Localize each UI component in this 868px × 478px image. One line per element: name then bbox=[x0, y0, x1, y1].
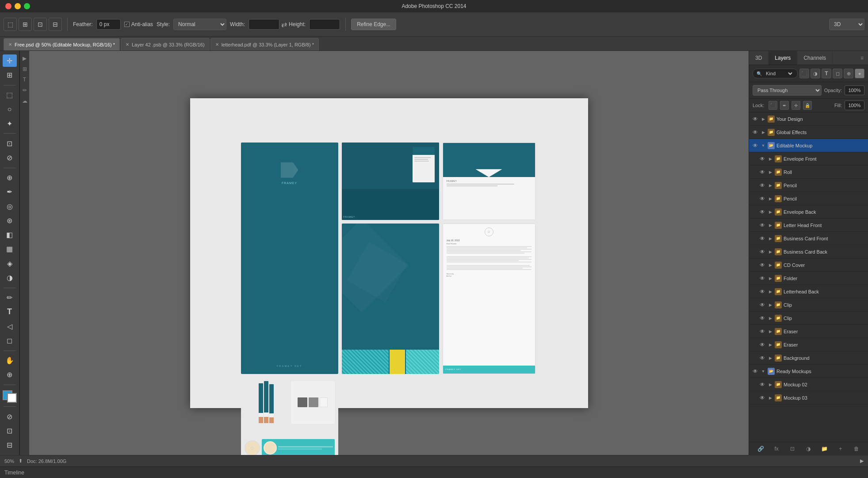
lasso-tool[interactable]: ○ bbox=[3, 103, 17, 116]
marquee-tool[interactable]: ⬚ bbox=[3, 89, 17, 101]
move-tool[interactable]: ✛ bbox=[3, 54, 17, 67]
clone-tool[interactable]: ◎ bbox=[3, 200, 17, 212]
maximize-button[interactable] bbox=[24, 3, 30, 9]
panel-tab-3d[interactable]: 3D bbox=[749, 51, 769, 65]
crop-btn[interactable]: ⊟ bbox=[49, 18, 62, 31]
artboard-btn[interactable]: ⊡ bbox=[34, 18, 47, 31]
layer-mockup-03[interactable]: 👁 ▶ 📁 Mockup 03 bbox=[749, 391, 868, 405]
background-color[interactable] bbox=[7, 393, 17, 403]
screen-mode-tool[interactable]: ⊡ bbox=[3, 424, 17, 437]
layer-clip-1[interactable]: 👁 ▶ 📁 Clip bbox=[749, 298, 868, 312]
vis-global-effects[interactable]: 👁 bbox=[752, 129, 759, 136]
lock-transparent-btn[interactable]: ⬛ bbox=[769, 101, 777, 110]
lock-all-btn[interactable]: 🔒 bbox=[803, 101, 812, 110]
eyedropper-tool[interactable]: ⊘ bbox=[3, 151, 17, 164]
layer-cd-cover[interactable]: 👁 ▶ 📁 CD Cover bbox=[749, 258, 868, 272]
vis-envelope-front[interactable]: 👁 bbox=[759, 155, 766, 162]
delete-layer-btn[interactable]: 🗑 bbox=[853, 445, 860, 453]
expand-letterhead-front[interactable]: ▶ bbox=[768, 223, 773, 228]
vis-letterhead-back[interactable]: 👁 bbox=[759, 288, 766, 295]
expand-mockup-03[interactable]: ▶ bbox=[768, 395, 773, 401]
panel-tab-channels[interactable]: Channels bbox=[797, 51, 833, 65]
vis-folder[interactable]: 👁 bbox=[759, 275, 766, 282]
vis-cd-cover[interactable]: 👁 bbox=[759, 262, 766, 269]
expand-eraser-2[interactable]: ▶ bbox=[768, 342, 773, 347]
tab-close-1[interactable]: ✕ bbox=[126, 42, 129, 47]
dodge-tool[interactable]: ◑ bbox=[3, 271, 17, 284]
eraser-tool[interactable]: ◧ bbox=[3, 229, 17, 241]
vis-pencil-2[interactable]: 👁 bbox=[759, 195, 766, 202]
layer-roll[interactable]: 👁 ▶ 📁 Roll bbox=[749, 166, 868, 179]
expand-your-design[interactable]: ▶ bbox=[761, 116, 766, 122]
expand-envelope-front[interactable]: ▶ bbox=[768, 156, 773, 162]
vis-letterhead-front[interactable]: 👁 bbox=[759, 222, 766, 229]
expand-envelope-back[interactable]: ▶ bbox=[768, 209, 773, 215]
layer-envelope-front[interactable]: 👁 ▶ 📁 Envelope Front bbox=[749, 152, 868, 166]
layers-list[interactable]: 👁 ▶ 📁 Your Design 👁 ▶ 📁 Global Effects 👁… bbox=[749, 112, 868, 442]
layer-your-design[interactable]: 👁 ▶ 📁 Your Design bbox=[749, 112, 868, 126]
blend-mode-select[interactable]: Pass Through Normal Dissolve Multiply Sc… bbox=[753, 85, 822, 96]
expand-cd-cover[interactable]: ▶ bbox=[768, 262, 773, 268]
refine-edge-btn[interactable]: Refine Edge... bbox=[351, 19, 396, 30]
layer-pencil-1[interactable]: 👁 ▶ 📁 Pencil bbox=[749, 179, 868, 192]
layer-pencil-2[interactable]: 👁 ▶ 📁 Pencil bbox=[749, 192, 868, 205]
gradient-tool[interactable]: ▦ bbox=[3, 243, 17, 255]
brush-tool[interactable]: ✒ bbox=[3, 186, 17, 198]
new-layer-btn[interactable]: + bbox=[837, 445, 845, 453]
expand-pencil-1[interactable]: ▶ bbox=[768, 183, 773, 188]
filter-toggle-btn[interactable]: ● bbox=[855, 69, 864, 78]
vis-editable-mockup[interactable]: 👁 bbox=[752, 142, 759, 149]
right-icon-3[interactable]: T bbox=[21, 76, 29, 84]
frame-tool[interactable]: ⊟ bbox=[3, 439, 17, 451]
path-tool[interactable]: ◁ bbox=[3, 320, 17, 332]
vis-eraser-2[interactable]: 👁 bbox=[759, 341, 766, 348]
hand-tool[interactable]: ✋ bbox=[3, 355, 17, 367]
vis-biz-card-front[interactable]: 👁 bbox=[759, 235, 766, 242]
expand-global-effects[interactable]: ▶ bbox=[761, 130, 766, 135]
vis-biz-card-back[interactable]: 👁 bbox=[759, 248, 766, 255]
layer-eraser-2[interactable]: 👁 ▶ 📁 Eraser bbox=[749, 338, 868, 351]
feather-input[interactable] bbox=[96, 19, 121, 30]
lock-position-btn[interactable]: ✛ bbox=[792, 101, 800, 110]
kind-select[interactable]: Kind Name Effect Mode Attribute Color bbox=[764, 70, 794, 77]
layer-mockup-02[interactable]: 👁 ▶ 📁 Mockup 02 bbox=[749, 378, 868, 391]
layer-eraser-1[interactable]: 👁 ▶ 📁 Eraser bbox=[749, 325, 868, 338]
blur-tool[interactable]: ◈ bbox=[3, 257, 17, 270]
fill-input[interactable] bbox=[845, 100, 864, 110]
type-tool[interactable]: T bbox=[3, 306, 17, 318]
shape-tool[interactable]: ◻ bbox=[3, 334, 17, 347]
layer-ready-mockups[interactable]: 👁 ▼ 📂 Ready Mockups bbox=[749, 365, 868, 378]
add-effect-btn[interactable]: fx bbox=[772, 445, 780, 453]
minimize-button[interactable] bbox=[15, 3, 21, 9]
expand-biz-card-front[interactable]: ▶ bbox=[768, 236, 773, 241]
expand-folder[interactable]: ▶ bbox=[768, 276, 773, 281]
history-brush-tool[interactable]: ⊛ bbox=[3, 214, 17, 227]
style-select[interactable]: Normal Fixed Ratio Fixed Size bbox=[173, 19, 226, 30]
tab-2[interactable]: ✕ letterhead.pdf @ 33.3% (Layer 1, RGB/8… bbox=[210, 38, 319, 50]
layer-folder[interactable]: 👁 ▶ 📁 Folder bbox=[749, 272, 868, 285]
add-mask-btn[interactable]: ⊡ bbox=[788, 445, 796, 453]
add-adjustment-btn[interactable]: ◑ bbox=[804, 445, 812, 453]
width-input[interactable] bbox=[249, 19, 279, 30]
expand-biz-card-back[interactable]: ▶ bbox=[768, 249, 773, 254]
filter-smart-btn[interactable]: ⊕ bbox=[844, 69, 853, 78]
vis-mockup-02[interactable]: 👁 bbox=[759, 381, 766, 388]
crop-tool[interactable]: ⊡ bbox=[3, 137, 17, 150]
transform-btn[interactable]: ⊞ bbox=[19, 18, 32, 31]
vis-clip-1[interactable]: 👁 bbox=[759, 301, 766, 308]
heal-tool[interactable]: ⊕ bbox=[3, 172, 17, 184]
filter-pixel-btn[interactable]: ⬛ bbox=[799, 69, 809, 78]
expand-editable-mockup[interactable]: ▼ bbox=[761, 143, 766, 148]
layer-letterhead-back[interactable]: 👁 ▶ 📁 Letterhead Back bbox=[749, 285, 868, 298]
vis-eraser-1[interactable]: 👁 bbox=[759, 328, 766, 335]
layer-biz-card-front[interactable]: 👁 ▶ 📁 Business Card Front bbox=[749, 232, 868, 245]
opacity-input[interactable] bbox=[845, 85, 864, 95]
layer-global-effects[interactable]: 👁 ▶ 📁 Global Effects bbox=[749, 126, 868, 139]
tab-1[interactable]: ✕ Layer 42 .psb @ 33.3% (RGB/16) bbox=[121, 38, 210, 50]
right-icon-4[interactable]: ✏ bbox=[21, 86, 29, 94]
vis-envelope-back[interactable]: 👁 bbox=[759, 208, 766, 216]
vis-mockup-03[interactable]: 👁 bbox=[759, 394, 766, 401]
expand-roll[interactable]: ▶ bbox=[768, 170, 773, 175]
canvas-area[interactable]: FRAMEY bbox=[29, 51, 749, 455]
quick-mask-tool[interactable]: ⊘ bbox=[3, 410, 17, 423]
